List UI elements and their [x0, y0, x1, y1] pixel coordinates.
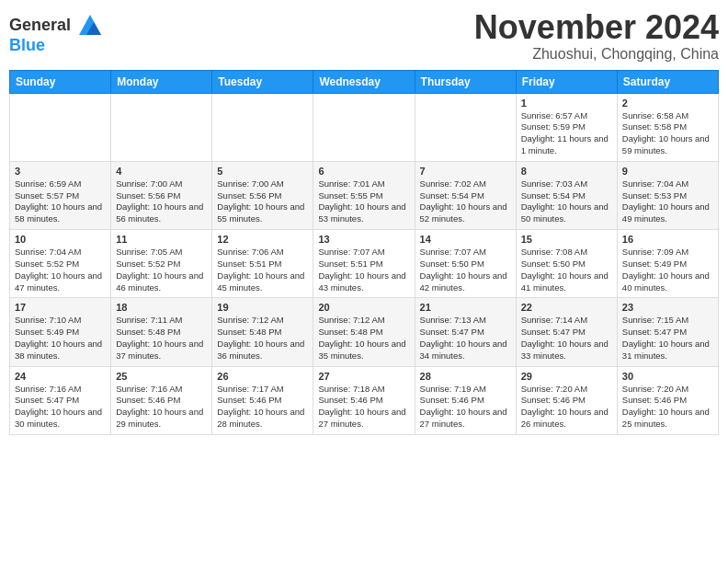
calendar-day-cell: 24Sunrise: 7:16 AMSunset: 5:47 PMDayligh… [10, 366, 111, 434]
weekday-header: Sunday [10, 70, 111, 93]
calendar-week-row: 17Sunrise: 7:10 AMSunset: 5:49 PMDayligh… [10, 298, 719, 366]
calendar-day-cell: 6Sunrise: 7:01 AMSunset: 5:55 PMDaylight… [313, 161, 415, 229]
calendar-day-cell: 2Sunrise: 6:58 AMSunset: 5:58 PMDaylight… [617, 93, 718, 161]
title-area: November 2024 Zhuoshui, Chongqing, China [474, 9, 719, 63]
day-number: 1 [521, 98, 612, 109]
calendar-empty-cell [10, 93, 111, 161]
calendar-day-cell: 20Sunrise: 7:12 AMSunset: 5:48 PMDayligh… [313, 298, 415, 366]
day-info: Sunrise: 7:17 AMSunset: 5:46 PMDaylight:… [217, 384, 308, 431]
day-info: Sunrise: 6:59 AMSunset: 5:57 PMDaylight:… [15, 178, 106, 225]
day-number: 9 [622, 166, 713, 177]
calendar-day-cell: 4Sunrise: 7:00 AMSunset: 5:56 PMDaylight… [111, 161, 212, 229]
day-number: 5 [217, 166, 308, 177]
calendar-week-row: 24Sunrise: 7:16 AMSunset: 5:47 PMDayligh… [10, 366, 719, 434]
calendar-week-row: 10Sunrise: 7:04 AMSunset: 5:52 PMDayligh… [10, 230, 719, 298]
weekday-header: Tuesday [212, 70, 313, 93]
calendar-day-cell: 14Sunrise: 7:07 AMSunset: 5:50 PMDayligh… [415, 230, 516, 298]
calendar-day-cell: 30Sunrise: 7:20 AMSunset: 5:46 PMDayligh… [617, 366, 718, 434]
logo: General Blue [9, 9, 103, 55]
day-number: 25 [116, 371, 207, 382]
calendar-empty-cell [415, 93, 516, 161]
day-number: 13 [318, 234, 409, 245]
day-info: Sunrise: 7:07 AMSunset: 5:50 PMDaylight:… [420, 247, 511, 293]
calendar-week-row: 1Sunrise: 6:57 AMSunset: 5:59 PMDaylight… [10, 93, 719, 161]
day-info: Sunrise: 7:16 AMSunset: 5:46 PMDaylight:… [116, 384, 207, 431]
calendar-day-cell: 5Sunrise: 7:00 AMSunset: 5:56 PMDaylight… [212, 161, 313, 229]
day-number: 8 [521, 166, 612, 177]
calendar-day-cell: 12Sunrise: 7:06 AMSunset: 5:51 PMDayligh… [212, 230, 313, 298]
day-number: 17 [15, 302, 106, 313]
day-info: Sunrise: 7:20 AMSunset: 5:46 PMDaylight:… [622, 384, 713, 431]
weekday-header: Friday [516, 70, 617, 93]
calendar-day-cell: 16Sunrise: 7:09 AMSunset: 5:49 PMDayligh… [617, 230, 718, 298]
day-info: Sunrise: 7:00 AMSunset: 5:56 PMDaylight:… [217, 178, 308, 225]
day-number: 20 [318, 302, 409, 313]
calendar-day-cell: 9Sunrise: 7:04 AMSunset: 5:53 PMDaylight… [617, 161, 718, 229]
day-info: Sunrise: 7:08 AMSunset: 5:50 PMDaylight:… [521, 247, 612, 293]
calendar-day-cell: 8Sunrise: 7:03 AMSunset: 5:54 PMDaylight… [516, 161, 617, 229]
day-info: Sunrise: 7:14 AMSunset: 5:47 PMDaylight:… [521, 315, 612, 362]
day-info: Sunrise: 7:07 AMSunset: 5:51 PMDaylight:… [318, 247, 409, 293]
calendar-day-cell: 27Sunrise: 7:18 AMSunset: 5:46 PMDayligh… [313, 366, 415, 434]
weekday-header: Monday [111, 70, 212, 93]
page-header: General Blue November 2024 Zhuoshui, Cho… [9, 9, 719, 63]
weekday-header: Thursday [415, 70, 516, 93]
day-info: Sunrise: 7:09 AMSunset: 5:49 PMDaylight:… [622, 247, 713, 293]
day-number: 29 [521, 371, 612, 382]
day-number: 2 [622, 98, 713, 109]
day-number: 22 [521, 302, 612, 313]
day-number: 16 [622, 234, 713, 245]
calendar-table: SundayMondayTuesdayWednesdayThursdayFrid… [9, 70, 719, 435]
calendar-day-cell: 10Sunrise: 7:04 AMSunset: 5:52 PMDayligh… [10, 230, 111, 298]
day-number: 18 [116, 302, 207, 313]
weekday-header: Wednesday [313, 70, 415, 93]
day-info: Sunrise: 7:19 AMSunset: 5:46 PMDaylight:… [420, 384, 511, 431]
calendar-empty-cell [313, 93, 415, 161]
calendar-day-cell: 3Sunrise: 6:59 AMSunset: 5:57 PMDaylight… [10, 161, 111, 229]
day-info: Sunrise: 7:03 AMSunset: 5:54 PMDaylight:… [521, 178, 612, 225]
calendar-day-cell: 23Sunrise: 7:15 AMSunset: 5:47 PMDayligh… [617, 298, 718, 366]
day-info: Sunrise: 7:04 AMSunset: 5:52 PMDaylight:… [15, 247, 106, 293]
day-number: 11 [116, 234, 207, 245]
location-subtitle: Zhuoshui, Chongqing, China [474, 46, 719, 63]
day-number: 26 [217, 371, 308, 382]
weekday-header-row: SundayMondayTuesdayWednesdayThursdayFrid… [10, 70, 719, 93]
calendar-day-cell: 13Sunrise: 7:07 AMSunset: 5:51 PMDayligh… [313, 230, 415, 298]
logo-blue-text: Blue [9, 36, 45, 54]
day-info: Sunrise: 7:15 AMSunset: 5:47 PMDaylight:… [622, 315, 713, 362]
logo-icon [77, 13, 103, 39]
day-info: Sunrise: 7:12 AMSunset: 5:48 PMDaylight:… [217, 315, 308, 362]
calendar-day-cell: 11Sunrise: 7:05 AMSunset: 5:52 PMDayligh… [111, 230, 212, 298]
day-info: Sunrise: 7:20 AMSunset: 5:46 PMDaylight:… [521, 384, 612, 431]
month-title: November 2024 [474, 9, 719, 46]
calendar-week-row: 3Sunrise: 6:59 AMSunset: 5:57 PMDaylight… [10, 161, 719, 229]
day-info: Sunrise: 6:58 AMSunset: 5:58 PMDaylight:… [622, 110, 713, 157]
calendar-day-cell: 17Sunrise: 7:10 AMSunset: 5:49 PMDayligh… [10, 298, 111, 366]
day-number: 6 [318, 166, 409, 177]
calendar-day-cell: 19Sunrise: 7:12 AMSunset: 5:48 PMDayligh… [212, 298, 313, 366]
calendar-day-cell: 28Sunrise: 7:19 AMSunset: 5:46 PMDayligh… [415, 366, 516, 434]
day-number: 15 [521, 234, 612, 245]
calendar-day-cell: 1Sunrise: 6:57 AMSunset: 5:59 PMDaylight… [516, 93, 617, 161]
day-info: Sunrise: 7:10 AMSunset: 5:49 PMDaylight:… [15, 315, 106, 362]
weekday-header: Saturday [617, 70, 718, 93]
logo-general-text: General [9, 16, 71, 34]
day-info: Sunrise: 7:06 AMSunset: 5:51 PMDaylight:… [217, 247, 308, 293]
day-info: Sunrise: 6:57 AMSunset: 5:59 PMDaylight:… [521, 110, 612, 157]
day-info: Sunrise: 7:11 AMSunset: 5:48 PMDaylight:… [116, 315, 207, 362]
day-number: 28 [420, 371, 511, 382]
calendar-day-cell: 7Sunrise: 7:02 AMSunset: 5:54 PMDaylight… [415, 161, 516, 229]
calendar-day-cell: 26Sunrise: 7:17 AMSunset: 5:46 PMDayligh… [212, 366, 313, 434]
calendar-day-cell: 25Sunrise: 7:16 AMSunset: 5:46 PMDayligh… [111, 366, 212, 434]
day-info: Sunrise: 7:18 AMSunset: 5:46 PMDaylight:… [318, 384, 409, 431]
day-number: 19 [217, 302, 308, 313]
day-info: Sunrise: 7:00 AMSunset: 5:56 PMDaylight:… [116, 178, 207, 225]
day-number: 3 [15, 166, 106, 177]
calendar-empty-cell [111, 93, 212, 161]
day-info: Sunrise: 7:04 AMSunset: 5:53 PMDaylight:… [622, 178, 713, 225]
day-number: 30 [622, 371, 713, 382]
calendar-day-cell: 22Sunrise: 7:14 AMSunset: 5:47 PMDayligh… [516, 298, 617, 366]
calendar-day-cell: 21Sunrise: 7:13 AMSunset: 5:47 PMDayligh… [415, 298, 516, 366]
day-number: 10 [15, 234, 106, 245]
day-number: 14 [420, 234, 511, 245]
